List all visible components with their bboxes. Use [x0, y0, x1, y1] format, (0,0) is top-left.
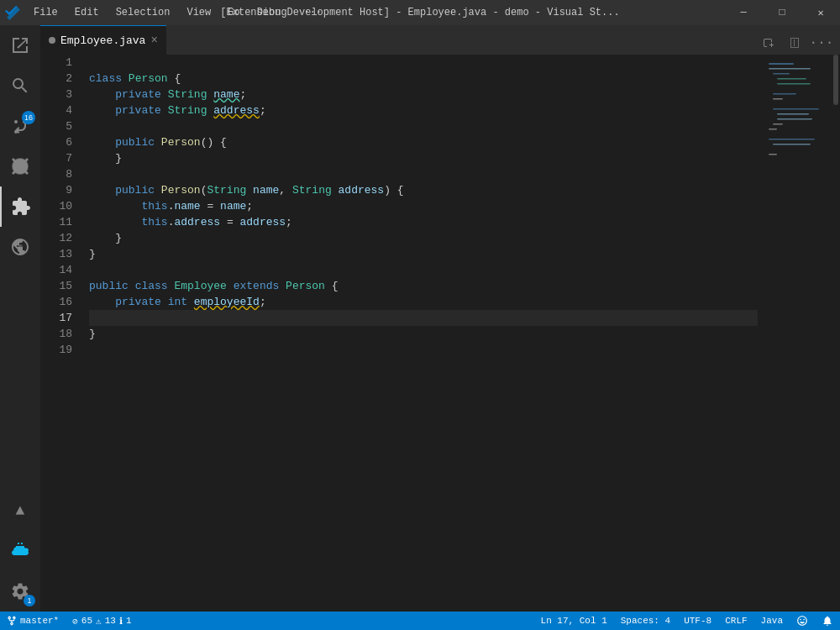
line-num-3: 3 — [40, 87, 82, 102]
warning-icon: ⚠ — [96, 616, 102, 627]
line-num-16: 16 — [40, 294, 82, 310]
svg-rect-5 — [777, 83, 811, 85]
git-branch[interactable]: master* — [0, 612, 66, 630]
code-line-8 — [89, 166, 758, 182]
statusbar-right: Ln 17, Col 1 Spaces: 4 UTF-8 CRLF Java — [534, 612, 840, 630]
code-line-18: } — [89, 326, 758, 342]
spaces[interactable]: Spaces: 4 — [614, 612, 677, 630]
statusbar: master* ⊘ 65 ⚠ 13 ℹ 1 Ln 17, Col 1 Space… — [0, 612, 840, 630]
activitybar: 16 ▲ — [0, 25, 40, 612]
code-line-10: this.name = name; — [89, 198, 758, 214]
menu-view[interactable]: View — [178, 0, 219, 25]
svg-rect-1 — [769, 63, 794, 65]
code-line-19 — [89, 342, 758, 358]
line-num-9: 9 — [40, 182, 82, 198]
code-line-16: private int employeeId; — [89, 294, 758, 310]
code-line-2: class Person { — [89, 71, 758, 87]
line-ending[interactable]: CRLF — [718, 612, 753, 630]
source-control-badge: 16 — [22, 111, 35, 124]
info-number: 1 — [126, 616, 132, 626]
maximize-button[interactable]: □ — [763, 0, 801, 25]
docker-icon[interactable] — [0, 531, 40, 571]
line-num-15: 15 — [40, 278, 82, 294]
svg-rect-2 — [769, 68, 811, 70]
feedback-icon[interactable] — [790, 612, 815, 630]
code-line-14 — [89, 262, 758, 278]
minimize-button[interactable]: — — [724, 0, 763, 25]
vscode-logo-icon — [0, 0, 25, 25]
line-numbers: 1 2 3 4 5 6 7 8 9 10 11 12 13 14 15 16 1… — [40, 55, 82, 612]
line-num-2: 2 — [40, 71, 82, 87]
line-num-5: 5 — [40, 118, 82, 134]
code-line-7: } — [89, 150, 758, 166]
code-line-13: } — [89, 246, 758, 262]
split-editor-button[interactable] — [783, 31, 806, 55]
info-icon: ℹ — [119, 616, 123, 627]
menu-edit[interactable]: Edit — [66, 0, 108, 25]
minimap — [764, 55, 832, 612]
line-num-10: 10 — [40, 198, 82, 214]
window-title: [Extension Development Host] - Employee.… — [220, 7, 619, 18]
settings-icon[interactable]: 1 — [0, 571, 40, 612]
editor-scrollbar[interactable] — [832, 55, 840, 612]
code-line-9: public Person(String name, String addres… — [89, 182, 758, 198]
cursor-position[interactable]: Ln 17, Col 1 — [534, 612, 614, 630]
svg-rect-9 — [777, 113, 809, 115]
svg-rect-15 — [769, 154, 777, 155]
tab-employee-java[interactable]: Employee.java × — [40, 25, 166, 55]
code-line-3: private String name; — [89, 87, 758, 102]
code-line-15: public class Employee extends Person { — [89, 278, 758, 294]
warnings-number: 13 — [105, 616, 116, 626]
errors-count[interactable]: ⊘ 65 ⚠ 13 ℹ 1 — [66, 612, 138, 630]
line-num-1: 1 — [40, 55, 82, 71]
line-num-6: 6 — [40, 134, 82, 150]
menu-file[interactable]: File — [25, 0, 66, 25]
close-button[interactable]: ✕ — [801, 0, 840, 25]
line-num-18: 18 — [40, 326, 82, 342]
encoding[interactable]: UTF-8 — [677, 612, 718, 630]
svg-rect-8 — [773, 108, 819, 110]
extensions-icon[interactable] — [0, 186, 40, 227]
menu-selection[interactable]: Selection — [108, 0, 179, 25]
branch-name: master* — [20, 616, 59, 626]
editor-area: Employee.java × ··· 1 — [40, 25, 840, 612]
line-num-17: 17 — [40, 310, 82, 326]
debug-icon[interactable] — [0, 146, 40, 186]
window-controls: — □ ✕ — [724, 0, 840, 25]
tabbar: Employee.java × ··· — [40, 25, 840, 55]
search-icon[interactable] — [0, 66, 40, 106]
explorer-icon[interactable] — [0, 25, 40, 66]
line-num-12: 12 — [40, 230, 82, 246]
line-num-11: 11 — [40, 214, 82, 230]
main-layout: 16 ▲ — [0, 25, 840, 612]
more-actions-button[interactable]: ··· — [810, 31, 833, 55]
scrollbar-thumb[interactable] — [833, 55, 838, 105]
source-control-icon[interactable]: 16 — [0, 106, 40, 146]
code-line-11: this.address = address; — [89, 214, 758, 230]
statusbar-left: master* ⊘ 65 ⚠ 13 ℹ 1 — [0, 612, 138, 630]
svg-rect-10 — [777, 118, 812, 120]
line-num-19: 19 — [40, 342, 82, 358]
svg-rect-12 — [769, 129, 777, 130]
source-control-tab-button[interactable] — [756, 31, 780, 55]
tab-actions: ··· — [756, 31, 840, 55]
svg-rect-13 — [769, 139, 815, 140]
language-mode[interactable]: Java — [754, 612, 790, 630]
tab-close-button[interactable]: × — [150, 34, 157, 47]
svg-rect-4 — [777, 78, 806, 80]
code-line-12: } — [89, 230, 758, 246]
line-num-4: 4 — [40, 102, 82, 118]
svg-rect-14 — [773, 144, 811, 145]
code-line-17 — [89, 310, 758, 326]
remote-icon[interactable] — [0, 227, 40, 267]
triangle-icon[interactable]: ▲ — [0, 491, 40, 531]
code-line-4: private String address; — [89, 102, 758, 118]
code-editor[interactable]: 1 2 3 4 5 6 7 8 9 10 11 12 13 14 15 16 1… — [40, 55, 840, 612]
bell-icon[interactable] — [815, 612, 840, 630]
line-num-13: 13 — [40, 246, 82, 262]
errors-number: 65 — [81, 616, 92, 626]
code-content[interactable]: class Person { private String name; priv… — [82, 55, 764, 612]
activitybar-bottom: ▲ 1 — [0, 491, 40, 612]
line-num-8: 8 — [40, 166, 82, 182]
tab-filename: Employee.java — [60, 34, 145, 47]
